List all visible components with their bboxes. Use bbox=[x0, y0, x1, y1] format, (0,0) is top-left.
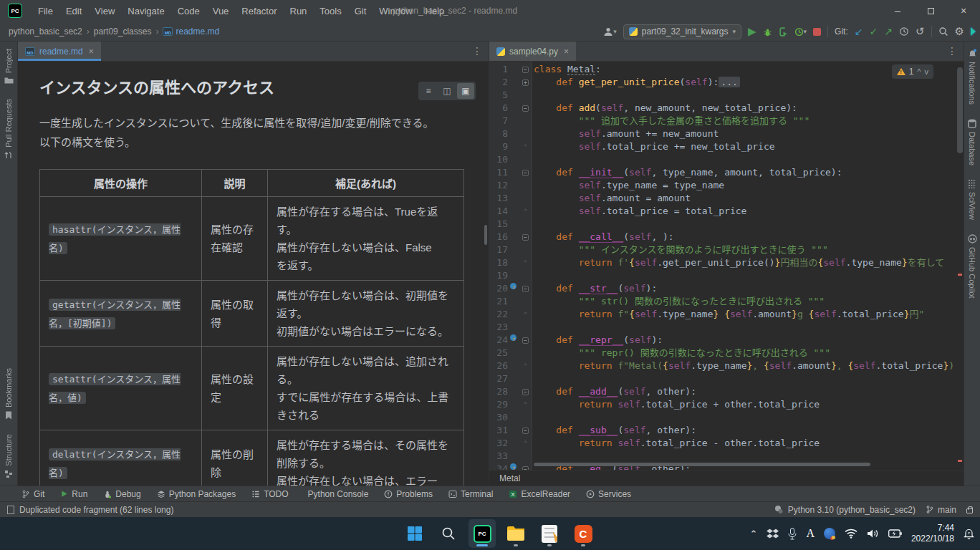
notification-bell-icon[interactable]: z bbox=[964, 528, 974, 539]
fold-marker[interactable]: + bbox=[519, 76, 532, 89]
tab-readme-md[interactable]: MD readme.md × bbox=[18, 42, 101, 61]
inspection-widget[interactable]: 1 ^ v bbox=[892, 64, 933, 79]
editor-breadcrumb[interactable]: Metal bbox=[489, 470, 964, 486]
preview-only-button[interactable]: ▣ bbox=[457, 83, 474, 99]
fold-marker[interactable]: − bbox=[519, 102, 532, 115]
taskbar-notepad-button[interactable] bbox=[536, 519, 563, 548]
fold-marker[interactable]: ⌃ bbox=[519, 398, 532, 411]
rollback-button[interactable]: ↺ bbox=[916, 25, 925, 38]
interpreter-widget[interactable]: Python 3.10 (python_basic_sec2) bbox=[774, 505, 916, 515]
editor-only-button[interactable]: ≡ bbox=[420, 83, 437, 99]
fold-marker[interactable]: ⌃ bbox=[519, 308, 532, 321]
tool-window-button-git[interactable]: Git bbox=[21, 489, 44, 499]
stop-button[interactable] bbox=[813, 28, 821, 36]
fold-marker[interactable]: ⌃ bbox=[519, 205, 532, 218]
editor-vertical-scrollbar[interactable] bbox=[957, 67, 963, 153]
error-stripe-mark[interactable] bbox=[958, 274, 962, 276]
maximize-button[interactable] bbox=[914, 0, 947, 21]
tool-window-button-problems[interactable]: Problems bbox=[384, 489, 433, 499]
tab-close-icon[interactable]: × bbox=[564, 47, 569, 57]
close-button[interactable]: × bbox=[947, 0, 980, 21]
tab-options-icon[interactable]: ⋮ bbox=[472, 45, 483, 57]
taskbar-search-button[interactable] bbox=[435, 519, 462, 548]
tab-close-icon[interactable]: × bbox=[89, 47, 94, 57]
debug-button[interactable] bbox=[763, 27, 772, 37]
menu-item-file[interactable]: File bbox=[32, 6, 59, 16]
tool-window-button-todo[interactable]: TODO bbox=[251, 489, 288, 499]
toolbox-icon[interactable] bbox=[971, 27, 976, 36]
fold-marker[interactable]: − bbox=[519, 231, 532, 243]
tool-window-button-python-console[interactable]: Python Console bbox=[304, 489, 369, 499]
tool-window-button-excelreader[interactable]: XExcelReader bbox=[509, 489, 570, 499]
tool-window-button-github-copilot[interactable]: GitHub Copilot bbox=[964, 227, 980, 306]
menu-item-code[interactable]: Code bbox=[171, 6, 206, 16]
taskbar-camtasia-button[interactable]: C bbox=[570, 519, 597, 548]
battery-icon[interactable] bbox=[888, 529, 902, 538]
tool-window-button-services[interactable]: Services bbox=[586, 489, 631, 499]
microphone-icon[interactable] bbox=[788, 528, 797, 540]
fold-marker[interactable]: ⌃ bbox=[519, 437, 532, 450]
override-method-icon[interactable] bbox=[508, 282, 519, 295]
tool-window-button-notifications[interactable]: Notifications bbox=[964, 42, 980, 112]
taskbar-pycharm-button[interactable]: PC bbox=[469, 519, 496, 548]
fold-marker[interactable]: ⌃ bbox=[519, 256, 532, 269]
fold-marker[interactable]: − bbox=[519, 424, 532, 437]
tool-window-button-debug[interactable]: Debug bbox=[103, 489, 140, 499]
browser-app-icon[interactable] bbox=[824, 528, 835, 539]
menu-item-run[interactable]: Run bbox=[284, 6, 314, 16]
fold-marker[interactable]: − bbox=[519, 63, 532, 76]
fold-marker[interactable]: ⌃ bbox=[519, 360, 532, 372]
ime-language-indicator[interactable]: A bbox=[806, 527, 815, 540]
breadcrumb-item[interactable]: part09_classes bbox=[94, 26, 152, 37]
tool-window-button-python-packages[interactable]: Python Packages bbox=[157, 489, 236, 499]
wifi-icon[interactable] bbox=[845, 529, 858, 539]
dropbox-icon[interactable] bbox=[767, 529, 779, 539]
tool-window-button-bookmarks[interactable]: Bookmarks bbox=[0, 361, 17, 427]
tool-window-button-project[interactable]: Project bbox=[0, 42, 17, 92]
fold-marker[interactable]: − bbox=[519, 282, 532, 295]
run-with-coverage-button[interactable] bbox=[779, 27, 788, 37]
error-stripe-mark[interactable] bbox=[958, 460, 962, 462]
git-update-button[interactable]: ↙ bbox=[855, 26, 863, 37]
git-commit-button[interactable]: ✓ bbox=[870, 26, 878, 37]
fold-marker[interactable]: − bbox=[519, 385, 532, 398]
menu-item-tools[interactable]: Tools bbox=[313, 6, 347, 16]
breadcrumb-item[interactable]: python_basic_sec2 bbox=[9, 26, 82, 37]
menu-item-refactor[interactable]: Refactor bbox=[235, 6, 283, 16]
tray-overflow-icon[interactable]: ⌃ bbox=[749, 529, 757, 539]
fold-marker[interactable]: − bbox=[519, 166, 532, 179]
editor-horizontal-scrollbar[interactable] bbox=[534, 463, 870, 466]
run-configuration-select[interactable]: part09_32_init_kwargs ▾ bbox=[623, 24, 741, 39]
breadcrumb-class-name[interactable]: Metal bbox=[499, 473, 520, 483]
tool-window-button-pull-requests[interactable]: Pull Requests bbox=[0, 92, 17, 167]
tool-window-button-database[interactable]: Database bbox=[964, 112, 980, 173]
fold-marker[interactable]: ⌃ bbox=[519, 140, 532, 153]
menu-item-git[interactable]: Git bbox=[348, 6, 373, 16]
git-push-button[interactable]: ↗ bbox=[884, 26, 893, 37]
split-view-button[interactable]: ◫ bbox=[438, 83, 456, 99]
volume-icon[interactable] bbox=[867, 529, 879, 539]
taskbar-clock[interactable]: 7:44 2022/10/18 bbox=[911, 523, 954, 544]
menu-item-view[interactable]: View bbox=[88, 6, 121, 16]
minimize-button[interactable]: – bbox=[881, 0, 914, 21]
start-button[interactable] bbox=[401, 519, 428, 548]
menu-item-edit[interactable]: Edit bbox=[59, 6, 88, 16]
preview-scrollbar[interactable] bbox=[484, 225, 487, 245]
status-message[interactable]: Duplicated code fragment (62 lines long) bbox=[19, 505, 173, 515]
tool-window-button-structure[interactable]: Structure bbox=[0, 427, 17, 486]
git-branch-widget[interactable]: main bbox=[926, 505, 956, 515]
breadcrumb-item[interactable]: MDreadme.md bbox=[163, 26, 219, 37]
menu-item-vue[interactable]: Vue bbox=[206, 6, 236, 16]
tab-options-icon[interactable]: ⋮ bbox=[947, 45, 958, 57]
tool-window-button-terminal[interactable]: Terminal bbox=[448, 489, 493, 499]
run-button[interactable]: ▶ bbox=[748, 25, 756, 38]
prev-warning-icon[interactable]: ^ bbox=[917, 67, 921, 76]
search-everywhere-button[interactable] bbox=[938, 26, 948, 37]
tool-window-button-run[interactable]: Run bbox=[60, 489, 87, 499]
history-button[interactable] bbox=[899, 26, 909, 37]
tool-window-button-sciview[interactable]: SciView bbox=[964, 173, 980, 227]
fold-marker[interactable]: − bbox=[519, 334, 532, 347]
override-method-icon[interactable] bbox=[508, 334, 519, 347]
next-warning-icon[interactable]: v bbox=[925, 67, 929, 76]
menu-item-navigate[interactable]: Navigate bbox=[121, 6, 170, 16]
